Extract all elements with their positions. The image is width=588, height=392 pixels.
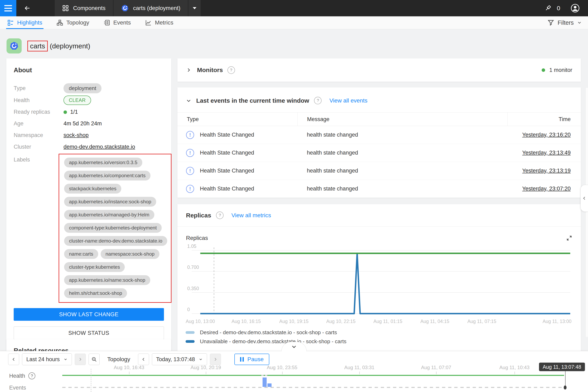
event-row[interactable]: Health State Changed health state change… [178, 144, 581, 162]
app-root: Components carts (deployment) 0 Highligh… [0, 0, 588, 392]
page-title: carts(deployment) [27, 41, 90, 52]
last-events-help-icon[interactable] [314, 97, 322, 104]
svg-text:Aug 11, 13:00: Aug 11, 13:00 [542, 319, 572, 324]
chevron-down-icon[interactable] [186, 98, 191, 103]
svg-text:1.05: 1.05 [187, 244, 196, 249]
avatar-icon[interactable] [570, 4, 580, 13]
tab-metrics-label: Metrics [155, 20, 173, 26]
back-button[interactable] [16, 0, 38, 16]
last-events-header: Last events in the current time window V… [178, 88, 581, 112]
event-row[interactable]: Health State Changed health state change… [178, 162, 581, 180]
legend-item-unavailable[interactable]: Unavailable - demo-dev.demo.stackstate.i… [186, 337, 573, 346]
about-panel: About Type deployment Health CLEAR Ready… [6, 58, 171, 367]
health-help-icon[interactable] [28, 372, 35, 379]
type-label: Type [14, 85, 64, 92]
event-time-link[interactable]: Yesterday, 23:13:19 [522, 168, 571, 174]
column-header-time: Time [507, 113, 581, 126]
label-chip: app.kubernetes.io/managed-by:Helm [64, 210, 154, 220]
label-chip: namespace:sock-shop [101, 249, 160, 259]
events-icon [104, 20, 110, 26]
event-message: health state changed [298, 132, 507, 138]
timeline-health-label: Health [9, 372, 35, 379]
current-time-pin-line [565, 371, 566, 387]
timeline-tick-label: Aug 10, 16:43 [114, 365, 144, 370]
view-tab-bar: Highlights Topology Events Metrics Filte… [0, 16, 588, 29]
replicas-chart-area: Replicas 1.050.7000.3500Aug 10, 13:00Aug… [178, 226, 581, 346]
svg-text:0: 0 [187, 307, 190, 312]
tab-entity-carts[interactable]: carts (deployment) [114, 0, 188, 16]
monitors-title: Monitors [197, 66, 223, 74]
event-row[interactable]: Health State Changed health state change… [178, 126, 581, 144]
tab-entity-label: carts (deployment) [133, 5, 180, 12]
pin-icon[interactable] [544, 4, 552, 12]
monitor-count-label: 1 monitor [549, 67, 572, 73]
event-time-link[interactable]: Yesterday, 23:16:20 [522, 132, 571, 138]
title-name-annotated: carts [27, 41, 48, 52]
page-title-row: carts(deployment) [6, 38, 90, 54]
replicas-line-chart[interactable]: 1.050.7000.3500Aug 10, 13:00Aug 10, 16:1… [186, 242, 573, 326]
deployment-type-icon [6, 38, 22, 54]
replicas-help-icon[interactable] [216, 212, 224, 219]
monitor-status-dot [542, 68, 545, 72]
legend-label-unavailable: Unavailable - demo-dev.demo.stackstate.i… [200, 338, 346, 345]
svg-text:Aug 10, 19:15: Aug 10, 19:15 [279, 319, 308, 324]
topbar-right: 0 [544, 0, 588, 16]
legend-item-desired[interactable]: Desired - demo-dev.demo.stackstate.io - … [186, 328, 573, 337]
tab-highlights[interactable]: Highlights [6, 16, 44, 29]
event-count-bar[interactable] [268, 384, 272, 387]
label-chip: app.kubernetes.io/component:carts [64, 171, 150, 180]
deployment-icon [9, 41, 19, 51]
svg-text:0.700: 0.700 [187, 264, 199, 270]
time-range-value: Last 24 hours [26, 356, 60, 362]
event-time-link[interactable]: Yesterday, 23:13:49 [522, 150, 571, 156]
label-chip: stackpack:kubernetes [64, 184, 121, 194]
about-row-ready-replicas: Ready replicas 1/1 [14, 107, 164, 116]
tab-dropdown-button[interactable] [188, 0, 201, 16]
svg-text:Aug 11, 07:15: Aug 11, 07:15 [467, 319, 496, 324]
event-row[interactable]: Health State Changed health state change… [178, 180, 581, 198]
event-time-link[interactable]: Yesterday, 23:07:20 [522, 186, 571, 192]
svg-text:Aug 10, 13:00: Aug 10, 13:00 [186, 319, 215, 324]
filters-button[interactable]: Filters [547, 16, 582, 29]
cluster-link[interactable]: demo-dev.demo.stackstate.io [64, 144, 135, 150]
right-panel-collapse-handle[interactable] [580, 185, 588, 212]
show-last-change-button[interactable]: SHOW LAST CHANGE [14, 308, 164, 321]
pin-count: 0 [557, 5, 560, 12]
view-all-events-link[interactable]: View all events [329, 98, 367, 104]
age-value: 4m 5d 20h 24m [64, 120, 102, 127]
timeline-tick-label: Aug 10, 23:55 [267, 365, 297, 370]
current-time-pin-dot[interactable] [564, 386, 566, 390]
view-all-metrics-link[interactable]: View all metrics [231, 212, 271, 219]
health-gap-segment [265, 375, 267, 376]
show-status-button[interactable]: SHOW STATUS [14, 326, 164, 340]
event-info-icon [186, 131, 194, 139]
expand-chart-icon[interactable] [566, 235, 572, 241]
monitors-help-icon[interactable] [228, 66, 235, 74]
chart-title: Replicas [186, 235, 208, 241]
column-header-type: Type [178, 113, 298, 126]
monitors-panel[interactable]: Monitors 1 monitor [178, 58, 581, 82]
event-count-bar[interactable] [262, 378, 267, 387]
tab-topology[interactable]: Topology [55, 16, 90, 29]
range-previous-button[interactable] [8, 354, 19, 365]
monitor-count: 1 monitor [542, 67, 572, 73]
tab-events[interactable]: Events [102, 16, 132, 29]
timeline-tick-mark [514, 372, 515, 374]
health-status-badge: CLEAR [64, 96, 91, 105]
labels-label: Labels [14, 154, 64, 163]
topology-icon [56, 20, 63, 26]
tab-components[interactable]: Components [55, 0, 113, 16]
scrollbar-track[interactable] [585, 88, 588, 337]
event-info-icon [186, 149, 194, 157]
chevron-left-icon [582, 196, 586, 200]
tab-topology-label: Topology [66, 20, 89, 26]
label-chip: app.kubernetes.io/instance:sock-shop [64, 197, 156, 206]
namespace-link[interactable]: sock-shop [64, 132, 88, 138]
tab-metrics[interactable]: Metrics [144, 16, 174, 29]
about-row-cluster: Cluster demo-dev.demo.stackstate.io [14, 142, 164, 152]
hamburger-menu-button[interactable] [0, 0, 16, 16]
replicas-header: Replicas View all metrics [178, 204, 581, 226]
timeline-track[interactable]: Aug 10, 16:43Aug 10, 20:19Aug 10, 23:55A… [62, 351, 564, 392]
chevron-right-icon[interactable] [186, 68, 191, 73]
title-suffix: (deployment) [50, 42, 90, 50]
